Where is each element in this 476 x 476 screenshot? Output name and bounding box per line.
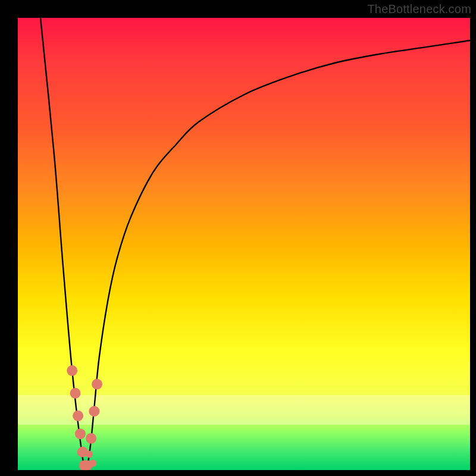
bottleneck-curve-svg — [18, 18, 470, 470]
chart-frame: TheBottleneck.com — [0, 0, 476, 476]
plot-area — [18, 18, 470, 470]
curve-marker — [92, 379, 102, 390]
curve-marker-small — [86, 450, 93, 458]
curve-marker — [89, 406, 99, 416]
curve-marker-small — [89, 460, 96, 467]
curve-markers — [67, 365, 102, 470]
curve-marker — [86, 433, 96, 444]
curve-marker — [73, 411, 83, 421]
curve-marker — [67, 365, 77, 376]
curve-marker — [75, 428, 86, 439]
watermark-text: TheBottleneck.com — [367, 2, 471, 16]
bottleneck-curve — [40, 18, 470, 470]
curve-marker — [70, 388, 81, 399]
